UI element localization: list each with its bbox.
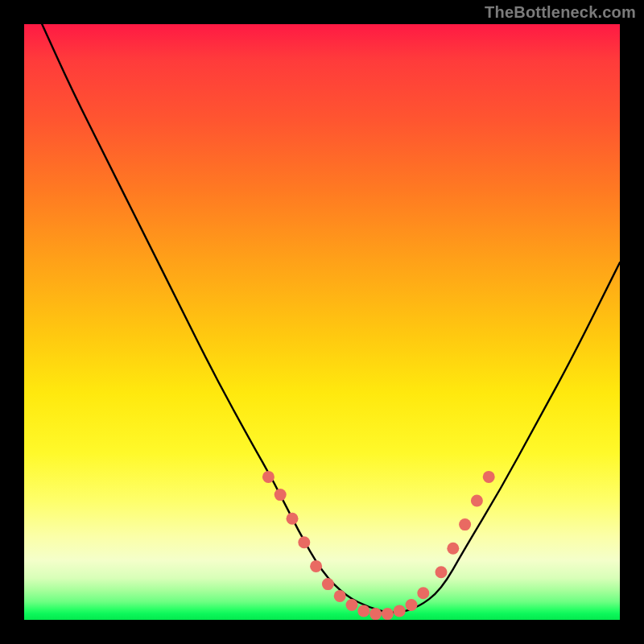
plot-area xyxy=(24,24,620,620)
watermark-text: TheBottleneck.com xyxy=(485,3,636,22)
chart-stage: TheBottleneck.com xyxy=(0,0,644,644)
